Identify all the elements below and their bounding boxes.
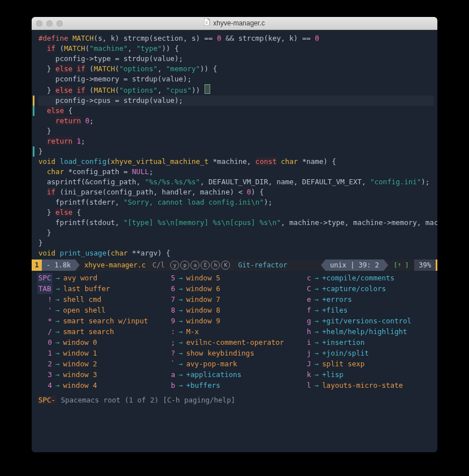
which-key-item[interactable]: a→+applications xyxy=(160,370,294,380)
which-key-item[interactable]: i→+insertion xyxy=(297,337,422,348)
which-key-label: +compile/comments xyxy=(322,273,394,283)
code-token xyxy=(55,249,60,257)
which-key-item[interactable]: 5→window 5 xyxy=(160,273,294,283)
which-key-key: f xyxy=(297,305,311,315)
code-token: ) { xyxy=(251,188,264,196)
code-token: (s, k) strcmp(section, s) == xyxy=(94,34,217,42)
code-token: char xyxy=(47,167,64,176)
code-token: if xyxy=(77,86,85,94)
which-key-label: +errors xyxy=(322,295,352,305)
code-token: asprintf(&config_path, xyxy=(38,178,145,186)
which-key-label: layouts-micro-state xyxy=(322,380,403,391)
which-key-item[interactable]: b→+buffers xyxy=(160,380,294,391)
which-key-item[interactable]: l→layouts-micro-state xyxy=(297,380,422,391)
code-line[interactable]: } xyxy=(38,238,434,248)
which-key-label: window 3 xyxy=(63,370,97,380)
code-token: ( xyxy=(115,64,120,73)
which-key-item[interactable]: j→+join/split xyxy=(297,348,422,358)
code-line[interactable]: } else { xyxy=(38,207,434,218)
which-key-key: ? xyxy=(160,348,175,358)
code-line[interactable]: if (MATCH("machine", "type")) { xyxy=(38,44,434,54)
code-token: if xyxy=(47,44,55,53)
code-token: "Sorry, cannot load config.ini\n" xyxy=(124,198,264,206)
code-line[interactable]: fprintf(stdout, "[type] %s\n[memory] %s\… xyxy=(38,218,434,228)
code-token xyxy=(72,137,77,145)
which-key-item[interactable]: /→smart search xyxy=(37,327,158,337)
code-token xyxy=(38,167,47,176)
which-key-item[interactable]: 0→window 0 xyxy=(37,337,158,348)
code-line[interactable]: } xyxy=(38,126,434,136)
which-key-item[interactable]: f→+files xyxy=(297,305,422,315)
arrow-right-icon: → xyxy=(179,316,183,326)
which-key-item[interactable]: 9→window 9 xyxy=(160,316,294,326)
which-key-item[interactable]: 7→window 7 xyxy=(160,295,294,305)
which-key-item[interactable]: e→+errors xyxy=(297,295,422,305)
arrow-right-icon: → xyxy=(56,273,60,283)
code-line[interactable]: else { xyxy=(38,106,434,116)
which-key-item[interactable]: *→smart search w/input xyxy=(37,316,158,326)
arrow-right-icon: → xyxy=(179,295,183,305)
which-key-item[interactable]: 3→window 3 xyxy=(37,370,158,380)
code-line[interactable]: } else if (MATCH("options", "cpus")) xyxy=(38,84,434,96)
code-line[interactable]: char *config_path = NULL; xyxy=(38,167,434,177)
which-key-item[interactable]: TAB→last buffer xyxy=(37,284,158,294)
which-key-label: +applications xyxy=(186,370,242,380)
code-token xyxy=(38,137,47,145)
code-token: } xyxy=(38,228,51,237)
code-line[interactable]: #define MATCH(s, k) strcmp(section, s) =… xyxy=(38,33,434,44)
which-key-item[interactable]: J→split sexp xyxy=(297,359,422,369)
code-token: void xyxy=(38,157,55,166)
which-key-item[interactable]: c→+compile/comments xyxy=(297,273,422,283)
arrow-right-icon: → xyxy=(315,327,319,337)
which-key-item[interactable]: 8→window 8 xyxy=(160,305,294,315)
which-key-item[interactable]: 4→window 4 xyxy=(37,380,158,391)
which-key-item[interactable]: 1→window 1 xyxy=(37,348,158,358)
code-token xyxy=(72,64,77,73)
which-key-item[interactable]: !→shell cmd xyxy=(37,295,158,305)
which-key-item[interactable]: '→open shell xyxy=(37,305,158,315)
code-line[interactable]: if (ini_parse(config_path, handler, mach… xyxy=(38,187,434,197)
which-key-item[interactable]: `→avy-pop-mark xyxy=(160,359,294,369)
code-line[interactable]: fprintf(stderr, "Sorry, cannot load conf… xyxy=(38,197,434,207)
which-key-label: evilnc-comment-operator xyxy=(186,337,284,348)
code-line[interactable]: pconfig->memory = strdup(value); xyxy=(38,74,434,84)
which-key-item[interactable]: 6→window 6 xyxy=(160,284,294,294)
which-key-item[interactable]: ;→evilnc-comment-operator xyxy=(160,337,294,348)
code-line[interactable]: void load_config(xhyve_virtual_machine_t… xyxy=(38,157,434,167)
which-key-label: +buffers xyxy=(186,380,220,391)
arrow-right-icon: → xyxy=(315,295,319,305)
which-key-item[interactable]: g→+git/versions-control xyxy=(297,316,422,326)
code-token: else xyxy=(55,208,72,217)
which-key-label: open shell xyxy=(63,305,106,315)
code-line[interactable]: void print_usage(char **argv) { xyxy=(38,248,434,258)
which-key-key: * xyxy=(37,316,52,326)
which-key-key: a xyxy=(160,370,175,380)
code-line[interactable]: } else if (MATCH("options", "memory")) { xyxy=(38,64,434,74)
which-key-item[interactable]: 2→window 2 xyxy=(37,359,158,369)
code-line[interactable]: return 0; xyxy=(38,116,434,126)
which-key-item[interactable]: k→+lisp xyxy=(297,370,422,380)
arrow-right-icon: → xyxy=(179,337,183,348)
code-editor[interactable]: #define MATCH(s, k) strcmp(section, s) =… xyxy=(32,30,437,258)
which-key-item[interactable]: :→M-x xyxy=(160,327,294,337)
code-token: ; xyxy=(89,116,94,125)
which-key-item[interactable]: SPC→avy word xyxy=(37,273,158,283)
code-line[interactable]: pconfig->type = strdup(value); xyxy=(38,54,434,64)
code-line[interactable]: asprintf(&config_path, "%s/%s.%s/%s", DE… xyxy=(38,177,434,187)
code-line[interactable]: } xyxy=(38,228,434,238)
minibuffer[interactable]: SPC- Spacemacs root (1 of 2) [C-h paging… xyxy=(32,393,437,409)
svg-text:c: c xyxy=(206,20,208,24)
code-line[interactable]: } xyxy=(38,146,434,157)
which-key-item[interactable]: C→+capture/colors xyxy=(297,284,422,294)
which-key-label: avy word xyxy=(63,273,97,283)
code-token xyxy=(38,116,55,125)
which-key-item[interactable]: h→+helm/help/highlight xyxy=(297,327,422,337)
document-icon: c xyxy=(204,18,210,28)
code-token xyxy=(38,188,47,196)
which-key-key: 0 xyxy=(37,337,52,348)
code-line[interactable]: return 1; xyxy=(38,136,434,146)
which-key-item[interactable]: ?→show keybindings xyxy=(160,348,294,358)
modeline-git: Git-refactor xyxy=(233,260,292,270)
code-line[interactable]: pconfig->cpus = strdup(value); xyxy=(38,96,434,106)
code-token: ( xyxy=(55,44,64,53)
